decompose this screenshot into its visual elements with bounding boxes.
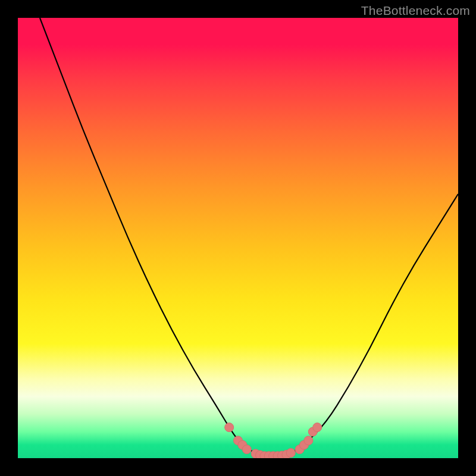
- curve-marker: [313, 423, 322, 432]
- curve-marker: [278, 451, 287, 458]
- watermark-text: TheBottleneck.com: [361, 4, 470, 18]
- curve-marker: [238, 440, 247, 449]
- plot-area: [18, 18, 458, 458]
- curve-marker: [264, 452, 273, 458]
- bottleneck-curve: [40, 18, 458, 456]
- curve-marker: [225, 423, 234, 432]
- curve-marker: [273, 452, 282, 458]
- curve-marker: [300, 440, 309, 449]
- curve-marker: [251, 449, 260, 458]
- curve-marker: [242, 445, 251, 454]
- curve-marker: [234, 436, 243, 445]
- curve-layer: [40, 18, 458, 456]
- curve-marker: [308, 427, 317, 436]
- curve-marker: [304, 436, 313, 445]
- marker-layer: [225, 423, 322, 458]
- chart-frame: TheBottleneck.com: [0, 0, 476, 476]
- curve-marker: [295, 445, 304, 454]
- curve-marker: [256, 450, 265, 458]
- curve-marker: [269, 452, 278, 458]
- curve-marker: [260, 452, 269, 458]
- curve-marker: [282, 450, 291, 458]
- chart-svg: [18, 18, 458, 458]
- curve-marker: [286, 449, 295, 458]
